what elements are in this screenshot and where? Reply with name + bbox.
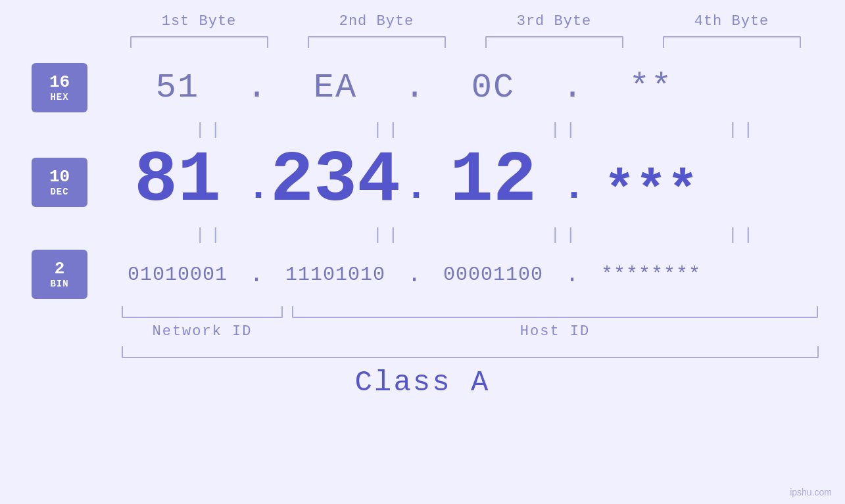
byte-label-3: 3rd Byte [479, 13, 630, 30]
dec-badge-label: DEC [50, 187, 68, 197]
dec-dot-3: . [562, 165, 582, 221]
watermark: ipshu.com [790, 487, 832, 497]
hex-badge: 16 HEX [32, 63, 87, 112]
hex-badge-label: HEX [50, 92, 68, 103]
dec-val-1: 81 [109, 139, 247, 221]
bin-dot-3: . [562, 262, 582, 288]
sep-2: || [309, 120, 467, 140]
dec-badge: 10 DEC [32, 158, 87, 207]
top-bracket-4 [663, 36, 801, 48]
dec-val-2: 234 [266, 139, 404, 221]
top-bracket-2 [308, 36, 446, 48]
sep-8: || [664, 225, 822, 245]
bin-val-2: 11101010 [266, 263, 404, 286]
top-bracket-1 [130, 36, 268, 48]
hex-values-row: 51 . EA . 0C . ** [109, 68, 819, 107]
host-id-label: Host ID [292, 323, 818, 340]
byte-label-4: 4th Byte [656, 13, 808, 30]
byte-label-1: 1st Byte [124, 13, 275, 30]
network-id-label: Network ID [122, 323, 283, 340]
dec-dot-1: . [247, 165, 266, 221]
sep-5: || [132, 225, 289, 245]
class-label: Class A [0, 366, 845, 399]
bin-dot-2: . [404, 262, 424, 288]
dec-values-row: 81 . 234 . 12 . *** [109, 139, 819, 227]
sep-6: || [309, 225, 467, 245]
bin-badge-label: BIN [50, 279, 68, 289]
hex-dot-3: . [562, 68, 582, 107]
hex-val-3: 0C [424, 68, 562, 107]
sep-1: || [132, 120, 289, 140]
bin-badge-number: 2 [55, 260, 65, 279]
byte-label-2: 2nd Byte [301, 13, 452, 30]
hex-val-2: EA [266, 68, 404, 107]
hex-dot-1: . [247, 68, 266, 107]
big-bracket-row [122, 346, 832, 358]
page-container: 1st Byte 2nd Byte 3rd Byte 4th Byte 16 H… [0, 0, 845, 504]
network-bracket [122, 306, 283, 318]
top-brackets-row [110, 36, 821, 48]
bin-val-3: 00001100 [424, 263, 562, 286]
big-bracket [122, 346, 819, 358]
bin-val-4: ******** [582, 263, 720, 286]
top-bracket-3 [485, 36, 623, 48]
sep-3: || [487, 120, 644, 140]
hex-dot-2: . [404, 68, 424, 107]
hex-badge-number: 16 [49, 73, 70, 92]
dec-val-4: *** [582, 162, 720, 221]
host-bracket [292, 306, 818, 318]
bin-val-1: 01010001 [109, 263, 247, 286]
dec-val-3: 12 [424, 139, 562, 221]
hex-val-4: ** [582, 68, 720, 107]
bin-values-row: 01010001 . 11101010 . 00001100 . *******… [109, 262, 819, 288]
dec-badge-number: 10 [49, 168, 70, 187]
id-labels-row: Network ID Host ID [122, 323, 832, 340]
bin-dot-1: . [247, 262, 266, 288]
sep-7: || [487, 225, 644, 245]
bottom-bracket-row [122, 306, 832, 318]
dec-dot-2: . [404, 165, 424, 221]
hex-val-1: 51 [109, 68, 247, 107]
bin-badge: 2 BIN [32, 250, 87, 299]
sep-4: || [664, 120, 822, 140]
byte-labels-row: 1st Byte 2nd Byte 3rd Byte 4th Byte [110, 13, 821, 30]
